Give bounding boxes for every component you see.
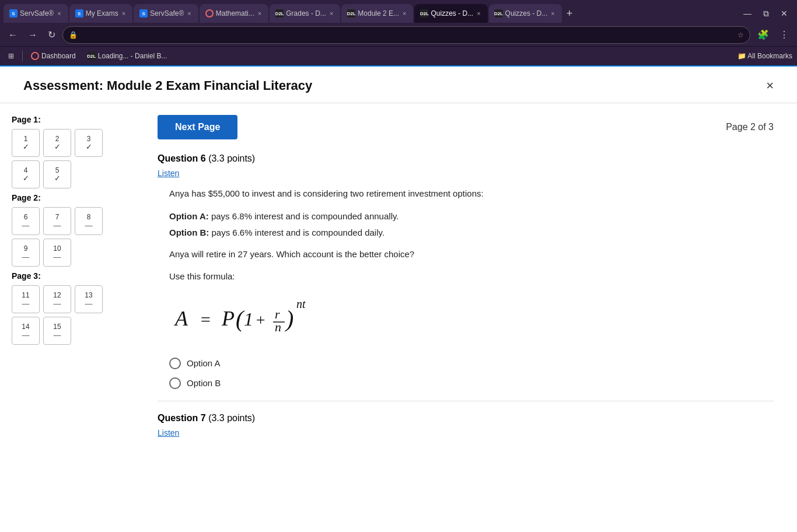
tab-7[interactable]: D2L Quizzes - D... × [414,4,487,23]
question-6-listen-link[interactable]: Listen [158,169,179,178]
tab-3-label: ServSafe® [150,9,184,18]
tab-4-close[interactable]: × [257,10,263,17]
tab-7-close[interactable]: × [476,10,481,17]
dashboard-link[interactable]: Dashboard [27,51,79,61]
url-input[interactable]: sails.brightspace.com/d2l/lms/quizzing/u… [81,31,734,39]
svg-text:+: + [255,311,266,329]
tab-6-favicon: D2L [347,9,355,18]
tab-6[interactable]: D2L Module 2 E... × [341,4,413,23]
quiz-area: Next Page Page 2 of 3 Question 6 (3.3 po… [134,115,797,447]
radio-option-a[interactable]: Option A [169,358,774,369]
loading-link[interactable]: D2L Loading... - Daniel B... [84,51,171,61]
radio-option-b[interactable]: Option B [169,377,774,389]
question-7-header: Question 7 (3.3 points) [158,413,774,424]
tab-8-close[interactable]: × [550,10,555,17]
q-box-5[interactable]: 5 ✓ [43,160,71,188]
radio-label-b: Option B [187,378,221,388]
extensions-button[interactable]: 🧩 [754,27,772,43]
q-status-9: — [22,253,30,261]
address-bar[interactable]: 🔒 sails.brightspace.com/d2l/lms/quizzing… [62,26,750,44]
close-button[interactable]: × [766,78,774,93]
tab-1-label: ServSafe® [20,9,54,18]
q-box-15[interactable]: 15 — [43,317,71,345]
radio-label-a: Option A [187,358,221,368]
radio-circle-b[interactable] [169,377,181,389]
svg-text:1: 1 [244,309,253,330]
new-tab-button[interactable]: + [563,8,576,19]
question-7-points: (3.3 points) [208,413,255,423]
q-box-12[interactable]: 12 — [43,285,71,313]
q-status-8: — [85,222,93,229]
q-box-13[interactable]: 13 — [75,285,103,313]
apps-icon: ⊞ [8,52,14,60]
tab-5[interactable]: D2L Grades - D... × [270,4,340,23]
restore-button[interactable]: ⧉ [760,8,772,20]
forward-button[interactable]: → [25,27,41,43]
q-status-6: — [22,222,30,229]
q-status-2: ✓ [54,142,61,151]
q-box-11[interactable]: 11 — [12,285,40,313]
q-box-6[interactable]: 6 — [12,207,40,235]
q-box-1[interactable]: 1 ✓ [12,129,40,157]
question-6-option-b: Option B: pays 6.6% interest and is comp… [169,226,774,240]
tab-6-label: Module 2 E... [358,9,399,18]
q-num-1: 1 [24,135,28,142]
q-box-3[interactable]: 3 ✓ [75,129,103,157]
tab-4-label: Mathemati... [216,9,254,18]
q-status-12: — [54,300,61,307]
question-7: Question 7 (3.3 points) Listen [158,413,774,447]
compound-interest-formula: A = P ( 1 + r [169,295,774,346]
q-num-15: 15 [53,323,61,330]
tab-4-favicon [205,9,214,18]
tab-6-close[interactable]: × [401,10,407,17]
apps-button[interactable]: ⊞ [5,51,18,61]
svg-text:P: P [221,307,235,330]
question-6-points: (3.3 points) [208,153,255,163]
tab-2-label: My Exams [86,9,118,18]
profile-button[interactable]: ⋮ [776,27,792,43]
question-divider [158,401,774,401]
next-page-button[interactable]: Next Page [158,115,237,139]
window-close-button[interactable]: ✕ [777,8,791,19]
option-b-bold: Option B: [169,228,209,237]
reload-button[interactable]: ↻ [44,27,59,43]
q-num-7: 7 [55,214,60,220]
dashboard-icon [31,52,39,60]
tab-2-close[interactable]: × [121,10,127,17]
tab-8-favicon: D2L [495,9,503,18]
q-status-5: ✓ [54,174,61,183]
q-box-14[interactable]: 14 — [12,317,40,345]
tab-2[interactable]: S My Exams × [69,4,132,23]
d2l-icon: D2L [88,52,96,60]
q-status-13: — [85,300,93,307]
q-box-9[interactable]: 9 — [12,239,40,267]
all-bookmarks[interactable]: 📁 All Bookmarks [737,52,792,60]
q-box-4[interactable]: 4 ✓ [12,160,40,188]
option-a-bold: Option A: [169,211,209,221]
browser-chrome: S ServSafe® × S My Exams × S ServSafe® ×… [0,0,797,66]
q-box-10[interactable]: 10 — [43,239,71,267]
q-num-11: 11 [22,292,29,299]
question-7-label: Question 7 [158,413,206,423]
tab-3-close[interactable]: × [186,10,192,17]
tab-5-close[interactable]: × [328,10,334,17]
q-box-8[interactable]: 8 — [75,207,103,235]
tab-8[interactable]: D2L Quizzes - D... × [489,4,562,23]
q-box-2[interactable]: 2 ✓ [43,129,71,157]
quiz-nav-row: Next Page Page 2 of 3 [158,115,774,139]
question-6-body: Anya has $55,000 to invest and is consid… [169,187,774,389]
q-box-7[interactable]: 7 — [43,207,71,235]
bookmarks-icon: 📁 [737,52,746,60]
radio-circle-a[interactable] [169,358,181,369]
tab-1-close[interactable]: × [56,10,62,17]
tab-3[interactable]: S ServSafe® × [134,4,198,23]
question-7-listen-link[interactable]: Listen [158,428,179,438]
svg-text:n: n [275,320,281,334]
tab-4[interactable]: Mathemati... × [200,4,268,23]
tab-1[interactable]: S ServSafe® × [4,4,68,23]
back-button[interactable]: ← [5,27,21,43]
q-num-10: 10 [53,245,61,252]
minimize-button[interactable]: — [740,8,755,19]
question-6-intro-text: Anya has $55,000 to invest and is consid… [169,187,774,201]
svg-text:): ) [285,306,293,332]
